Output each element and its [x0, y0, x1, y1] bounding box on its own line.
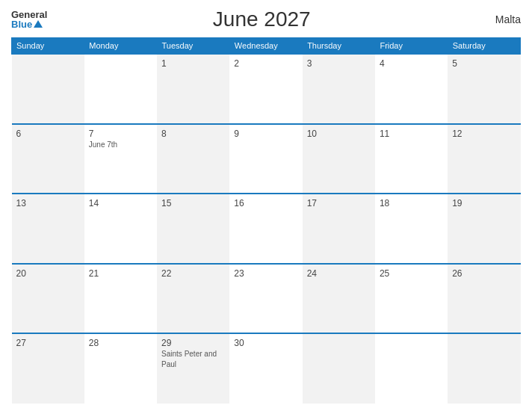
day-number: 2 [234, 58, 297, 69]
calendar-cell: 7June 7th [84, 124, 157, 194]
day-number: 22 [161, 268, 225, 279]
day-number: 17 [307, 198, 371, 208]
header-saturday: Saturday [448, 38, 520, 55]
logo: General Blue [11, 10, 47, 29]
calendar-cell: 10 [303, 124, 375, 194]
calendar-cell: 12 [448, 124, 520, 194]
calendar-cell: 2 [229, 54, 302, 124]
calendar-week-row: 272829Saints Peter and Paul30 [12, 333, 521, 404]
calendar-cell: 18 [375, 194, 448, 264]
calendar-table: Sunday Monday Tuesday Wednesday Thursday… [11, 37, 521, 404]
calendar-cell: 17 [303, 194, 375, 264]
calendar-cell: 9 [229, 124, 302, 194]
day-number: 8 [161, 129, 225, 139]
logo-blue-text: Blue [11, 19, 47, 29]
calendar-cell: 30 [229, 333, 302, 404]
day-number: 26 [452, 268, 516, 279]
day-number: 27 [16, 338, 80, 348]
calendar-cell: 14 [84, 194, 157, 264]
calendar-cell: 13 [12, 194, 84, 264]
calendar-cell: 1 [157, 54, 229, 124]
header-friday: Friday [375, 38, 448, 55]
calendar-cell [448, 333, 520, 404]
event-text: June 7th [89, 140, 117, 149]
calendar-cell: 16 [229, 194, 302, 264]
day-number: 7 [89, 129, 152, 139]
header-thursday: Thursday [303, 38, 375, 55]
day-number: 20 [16, 268, 80, 279]
day-number: 12 [452, 129, 516, 139]
day-number: 4 [380, 58, 443, 69]
day-number: 3 [307, 58, 371, 69]
day-number: 24 [307, 268, 371, 279]
day-number: 29 [161, 338, 225, 348]
day-number: 14 [89, 198, 152, 208]
calendar-cell: 25 [375, 264, 448, 334]
calendar-cell [375, 333, 448, 404]
calendar-title: June 2027 [47, 7, 476, 31]
calendar-week-row: 20212223242526 [12, 264, 521, 334]
calendar-cell: 26 [448, 264, 520, 334]
day-number: 23 [234, 268, 297, 279]
calendar-cell: 5 [448, 54, 520, 124]
calendar-cell: 11 [375, 124, 448, 194]
day-number: 28 [89, 338, 152, 348]
country-label: Malta [476, 13, 521, 25]
header: General Blue June 2027 Malta [11, 7, 521, 31]
day-number: 1 [161, 58, 225, 69]
weekday-header-row: Sunday Monday Tuesday Wednesday Thursday… [12, 38, 521, 55]
calendar-week-row: 12345 [12, 54, 521, 124]
day-number: 21 [89, 268, 152, 279]
header-wednesday: Wednesday [229, 38, 302, 55]
calendar-cell [12, 54, 84, 124]
header-monday: Monday [84, 38, 157, 55]
day-number: 5 [452, 58, 516, 69]
day-number: 16 [234, 198, 297, 208]
day-number: 11 [380, 129, 443, 139]
day-number: 13 [16, 198, 80, 208]
calendar-cell: 6 [12, 124, 84, 194]
calendar-cell: 4 [375, 54, 448, 124]
calendar-cell: 28 [84, 333, 157, 404]
calendar-week-row: 13141516171819 [12, 194, 521, 264]
day-number: 30 [234, 338, 297, 348]
calendar-cell: 27 [12, 333, 84, 404]
calendar-cell: 15 [157, 194, 229, 264]
calendar-cell: 3 [303, 54, 375, 124]
day-number: 19 [452, 198, 516, 208]
day-number: 6 [16, 129, 80, 139]
logo-triangle-icon [34, 20, 43, 28]
header-sunday: Sunday [12, 38, 84, 55]
calendar-page: General Blue June 2027 Malta Sunday Mond… [0, 0, 532, 411]
calendar-cell: 23 [229, 264, 302, 334]
calendar-week-row: 67June 7th89101112 [12, 124, 521, 194]
header-tuesday: Tuesday [157, 38, 229, 55]
calendar-cell: 20 [12, 264, 84, 334]
day-number: 10 [307, 129, 371, 139]
calendar-cell: 19 [448, 194, 520, 264]
calendar-cell: 24 [303, 264, 375, 334]
calendar-cell: 29Saints Peter and Paul [157, 333, 229, 404]
day-number: 9 [234, 129, 297, 139]
day-number: 18 [380, 198, 443, 208]
calendar-cell [84, 54, 157, 124]
calendar-cell [303, 333, 375, 404]
event-text: Saints Peter and Paul [161, 350, 217, 368]
day-number: 25 [380, 268, 443, 279]
calendar-cell: 8 [157, 124, 229, 194]
calendar-cell: 22 [157, 264, 229, 334]
day-number: 15 [161, 198, 225, 208]
calendar-cell: 21 [84, 264, 157, 334]
